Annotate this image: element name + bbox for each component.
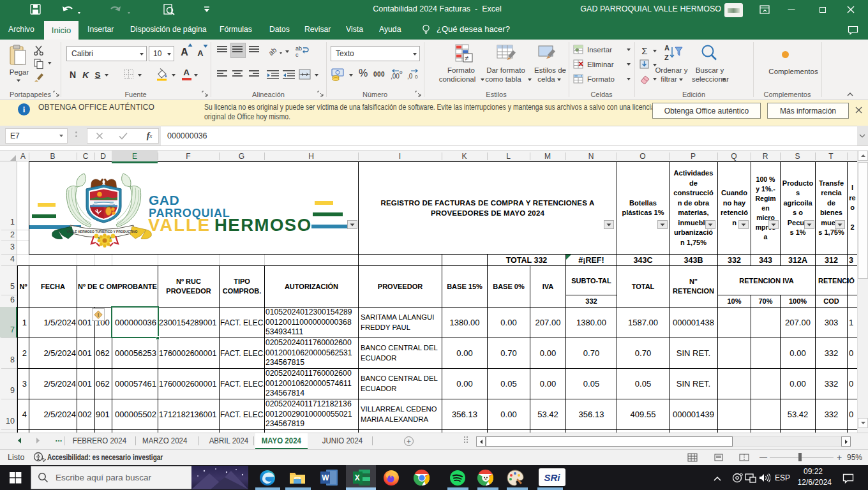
svg-text:Z: Z [664,54,669,61]
svg-text:0: 0 [400,70,403,75]
svg-text:0: 0 [415,74,418,80]
svg-text:A: A [664,44,670,52]
svg-text:,00: ,00 [391,73,400,80]
svg-text:c: c [296,52,299,57]
svg-text:≠: ≠ [465,54,468,62]
svg-text:W: W [322,473,329,482]
svg-text:X: X [355,473,360,482]
svg-text:VALLE: VALLE [148,215,211,235]
svg-text:ab: ab [268,46,278,57]
svg-text:GAD: GAD [149,193,179,207]
svg-text:HERMOSO: HERMOSO [214,215,312,235]
svg-text:,0: ,0 [407,73,413,80]
svg-text:!: ! [98,312,100,318]
svg-text:ab: ab [296,45,302,52]
svg-text:VALLE HERMOSO TURÍSTICO Y PROD: VALLE HERMOSO TURÍSTICO Y PRODUCTIVO [67,229,138,234]
